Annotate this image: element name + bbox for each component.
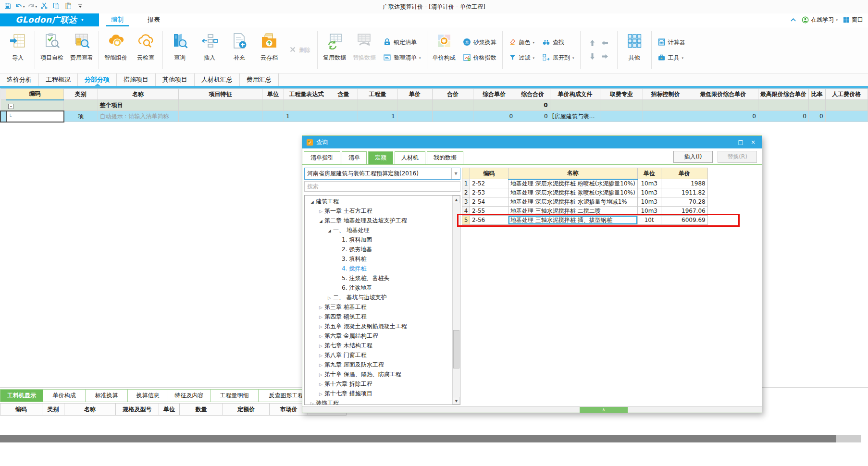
quota-library-combobox[interactable]: 河南省房屋建筑与装饰工程预算定额(2016) ▼ bbox=[304, 168, 460, 180]
column-header-unit[interactable]: 单位 bbox=[262, 89, 284, 100]
cell-ratio[interactable]: 0 bbox=[808, 111, 825, 122]
resource-column-header-4[interactable]: 单位 bbox=[159, 404, 180, 416]
ribbon-3-4-button[interactable]: 删除 bbox=[284, 28, 315, 72]
tree-item-20[interactable]: ▷第十七章 措施项目 bbox=[305, 389, 452, 398]
quota-cell-price[interactable]: 70.28 bbox=[661, 197, 707, 207]
vertical-scrollbar[interactable]: ▲ ▼ bbox=[452, 196, 460, 405]
quota-row-2[interactable]: 32-54地基处理 深层水泥搅拌桩 水泥掺量每增减1%10m370.28 bbox=[462, 197, 708, 207]
quota-cell-unit[interactable]: 10m3 bbox=[637, 179, 661, 188]
column-header-max_price[interactable]: 最高限价综合单价 bbox=[758, 89, 808, 100]
cell-name[interactable]: 整个项目 bbox=[98, 100, 179, 111]
menu-tab-1[interactable]: 报表 bbox=[136, 13, 172, 26]
detail-tab-4[interactable]: 特征及内容 bbox=[168, 389, 211, 402]
quota-cell-unit[interactable]: 10m3 bbox=[637, 188, 661, 197]
cell-price_file[interactable]: [房屋建筑与装… bbox=[550, 111, 600, 122]
ribbon-2-0-button[interactable]: ¥智能组价 bbox=[101, 28, 131, 72]
qat-cut-button[interactable] bbox=[39, 1, 49, 12]
tree-item-18[interactable]: ▷第十章 保温、隔热、防腐工程 bbox=[305, 369, 452, 379]
quota-column-header-code[interactable]: 编码 bbox=[470, 168, 508, 179]
quota-cell-name[interactable]: 地基处理 深层水泥搅拌桩 粉喷桩(水泥掺量10%) bbox=[508, 179, 638, 188]
cell-total[interactable] bbox=[432, 111, 473, 122]
collapse-toggle-icon[interactable]: - bbox=[8, 104, 13, 109]
resource-column-header-3[interactable]: 规格及型号 bbox=[116, 404, 159, 416]
quota-cell-unit[interactable]: 10m3 bbox=[637, 207, 661, 216]
horizontal-scrollbar-thumb[interactable] bbox=[0, 435, 836, 442]
cell-bid_ctrl[interactable] bbox=[643, 100, 688, 111]
cell-qty[interactable]: 1 bbox=[358, 111, 397, 122]
cell-content[interactable] bbox=[329, 111, 358, 122]
column-header-type[interactable]: 类别 bbox=[64, 89, 98, 100]
tree-item-3[interactable]: ◢一、 地基处理 bbox=[305, 225, 452, 235]
menu-tab-0[interactable]: 编制 bbox=[99, 13, 136, 26]
horizontal-scrollbar[interactable] bbox=[0, 435, 861, 442]
resource-column-header-6[interactable]: 定额价 bbox=[223, 404, 270, 416]
quota-cell-price[interactable]: 1911.82 bbox=[661, 188, 707, 197]
cell-content[interactable] bbox=[329, 100, 358, 111]
cell-code[interactable]: - bbox=[6, 100, 64, 111]
ribbon-1-1-button[interactable]: 费用查看 bbox=[67, 28, 97, 72]
cell-price_file[interactable] bbox=[550, 100, 600, 111]
table-row-0[interactable]: -整个项目0 bbox=[0, 100, 868, 111]
qat-qat-more-button[interactable] bbox=[75, 1, 85, 12]
qat-redo-button[interactable]: ▾ bbox=[27, 1, 37, 12]
tree-item-12[interactable]: ▷第四章 砌筑工程 bbox=[305, 312, 452, 321]
cell-unit[interactable] bbox=[262, 100, 284, 111]
nav-tab-5[interactable]: 人材机汇总 bbox=[195, 74, 240, 86]
scroll-up-icon[interactable]: ▲ bbox=[453, 196, 460, 203]
collapsed-icon[interactable]: ▷ bbox=[317, 341, 324, 351]
quota-column-header-unit[interactable]: 单位 bbox=[637, 168, 661, 179]
column-header-comp_price[interactable]: 综合单价 bbox=[473, 89, 515, 100]
quota-cell-code[interactable]: 2-53 bbox=[470, 188, 508, 197]
collapsed-icon[interactable]: ▷ bbox=[317, 360, 324, 370]
ribbon-1-0-button[interactable]: 项目自检 bbox=[37, 28, 67, 72]
cell-rowhdr[interactable] bbox=[0, 111, 6, 122]
cell-min_price[interactable]: 0 bbox=[688, 111, 758, 122]
cell-fee_major[interactable] bbox=[600, 111, 643, 122]
cell-qty_expr[interactable]: 1 bbox=[284, 111, 329, 122]
quota-cell-price[interactable]: 1967.06 bbox=[661, 207, 707, 216]
collapsed-icon[interactable]: ▷ bbox=[317, 331, 324, 341]
column-header-rowhdr[interactable] bbox=[0, 89, 6, 100]
collapsed-icon[interactable]: ▷ bbox=[317, 389, 324, 399]
close-icon[interactable]: × bbox=[748, 139, 758, 146]
cell-unit[interactable] bbox=[262, 111, 284, 122]
quota-cell-name[interactable]: 地基处理 三轴水泥搅拌桩 二搅二喷 bbox=[508, 207, 638, 216]
ribbon-4-2-1-button[interactable]: 整理清单▾ bbox=[383, 53, 421, 63]
expand-handle[interactable]: ∧ bbox=[580, 407, 628, 413]
column-header-feature[interactable]: 项目特征 bbox=[179, 89, 262, 100]
cell-comp_price[interactable]: 0 bbox=[473, 111, 515, 122]
column-header-min_price[interactable]: 最低限价综合单价 bbox=[688, 89, 758, 100]
dialog-tab-4[interactable]: 我的数据 bbox=[427, 151, 463, 164]
tree-item-14[interactable]: ▷第六章 金属结构工程 bbox=[305, 331, 452, 341]
ribbon-6-1-1-button[interactable]: 展开到▾ bbox=[542, 53, 574, 63]
nav-tab-1[interactable]: 工程概况 bbox=[39, 74, 78, 86]
column-header-fee_major[interactable]: 取费专业 bbox=[600, 89, 643, 100]
tree-item-0[interactable]: ◢建筑工程 bbox=[305, 196, 452, 206]
ribbon-8-0-button[interactable]: 其他 bbox=[620, 28, 649, 72]
expanded-icon[interactable]: ◢ bbox=[317, 217, 324, 226]
tree-item-10[interactable]: ▷二、 基坑与边坡支护 bbox=[305, 293, 452, 302]
cell-name[interactable]: 自动提示：请输入清单简称 bbox=[98, 111, 179, 122]
nav-tab-3[interactable]: 措施项目 bbox=[117, 74, 156, 86]
qat-copy-button[interactable] bbox=[51, 1, 61, 12]
cell-comp_price[interactable] bbox=[473, 100, 515, 111]
ribbon-9-0-1-button[interactable]: 工具▾ bbox=[657, 53, 685, 63]
quota-cell-unit[interactable]: 10m3 bbox=[637, 197, 661, 207]
quota-column-header-name[interactable]: 名称 bbox=[508, 168, 638, 179]
quota-cell-code[interactable]: 2-52 bbox=[470, 179, 508, 188]
quota-cell-num[interactable]: 2 bbox=[462, 188, 470, 197]
quota-cell-price[interactable]: 6009.69 bbox=[661, 216, 707, 225]
collapsed-icon[interactable]: ▷ bbox=[317, 207, 324, 216]
column-header-content[interactable]: 含量 bbox=[329, 89, 358, 100]
qat-undo-button[interactable]: ▾ bbox=[15, 1, 25, 12]
resource-column-header-0[interactable]: 编码 bbox=[0, 404, 42, 416]
quota-row-4[interactable]: 52-56地基处理 三轴水泥搅拌桩 插、拔型钢桩10t6009.69 bbox=[462, 216, 708, 225]
cell-rowhdr[interactable] bbox=[0, 100, 6, 111]
ribbon-4-2-0-button[interactable]: 锁定清单 bbox=[383, 38, 421, 48]
cell-price[interactable] bbox=[397, 111, 432, 122]
maximize-icon[interactable]: □ bbox=[736, 139, 745, 146]
collapsed-icon[interactable]: ▷ bbox=[317, 351, 324, 360]
nav-tab-4[interactable]: 其他项目 bbox=[156, 74, 195, 86]
quota-cell-unit[interactable]: 10t bbox=[637, 216, 661, 225]
column-header-qty[interactable]: 工程量 bbox=[358, 89, 397, 100]
